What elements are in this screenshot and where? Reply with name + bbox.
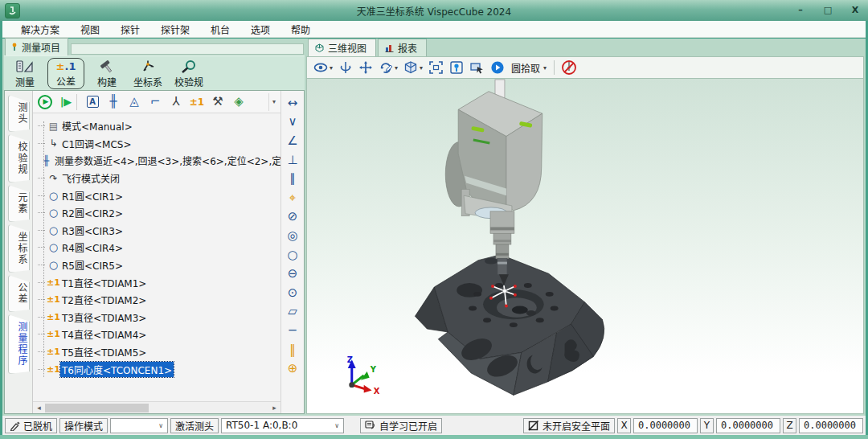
profile-icon[interactable]: ∨ xyxy=(283,113,303,132)
tree-item[interactable]: ±1 T1直径<TDIAM1> xyxy=(38,273,280,291)
symmetry-icon[interactable]: ‖ xyxy=(283,340,303,359)
operation-mode-select[interactable]: ∨ xyxy=(110,418,168,433)
3d-viewport[interactable]: Z Y X xyxy=(306,78,864,414)
tree-item[interactable]: ↷ 飞行模式关闭 xyxy=(38,170,280,187)
ribbon-build-button[interactable]: 构建 xyxy=(88,58,125,89)
measure-params-button[interactable]: ╫ xyxy=(103,92,124,112)
zoom-fit-button[interactable] xyxy=(426,58,446,77)
menu-item[interactable]: 探针架 xyxy=(150,21,200,38)
rotate-view-button[interactable] xyxy=(336,58,355,77)
close-button[interactable]: X xyxy=(845,3,865,18)
menu-item[interactable]: 探针 xyxy=(110,21,150,38)
coord-x-value: 0.0000000 xyxy=(633,418,698,433)
menu-item[interactable]: 解决方案 xyxy=(10,21,70,38)
tree-item[interactable]: ▤ 模式<Manual> xyxy=(38,117,280,135)
position2-icon[interactable]: ⊕ xyxy=(283,359,303,378)
distance-icon[interactable]: ↔ xyxy=(283,93,303,113)
side-tab[interactable]: 公差 xyxy=(8,275,30,312)
diameter-icon[interactable]: ⊖ xyxy=(283,264,303,283)
tree-item[interactable]: ±1 T2直径<TDIAM2> xyxy=(38,291,280,309)
tree-item[interactable]: ↳ C1回调<MCS> xyxy=(38,135,280,153)
eye-icon xyxy=(313,60,329,75)
angle-icon[interactable]: ∠ xyxy=(283,131,303,150)
circle-feature-icon: ○ xyxy=(47,259,60,271)
tree-item[interactable]: ○ R5圆<CIR5> xyxy=(38,256,280,274)
tree-item[interactable]: ±1 T4直径<TDIAM4> xyxy=(38,326,280,343)
ribbon-gauge-button[interactable]: 校验规 xyxy=(170,58,207,89)
flatness-icon[interactable]: ▱ xyxy=(283,302,303,322)
scroll-left-arrow[interactable]: ◂ xyxy=(33,403,45,413)
label-frame-button[interactable]: A xyxy=(82,92,103,112)
view-orientation-button[interactable]: ▾ xyxy=(376,58,400,77)
scroll-thumb[interactable] xyxy=(45,404,149,412)
position-icon[interactable]: ⌖ xyxy=(283,188,303,207)
build-hammer-button[interactable]: ⚒ xyxy=(207,92,228,112)
program-tree: ▤ 模式<Manual> ↳ C1回调<MCS> ╫ 测量参数逼近<4>,回退<… xyxy=(33,113,280,401)
side-tab[interactable]: 校验规 xyxy=(8,134,30,183)
circle-pick-button[interactable]: 圆拾取 ▾ xyxy=(508,61,550,75)
plane-button[interactable]: ◈ xyxy=(228,92,249,112)
circularity-icon[interactable]: ○ xyxy=(283,245,303,265)
probe-display-off-button[interactable] xyxy=(559,58,579,77)
location-pin-icon xyxy=(449,60,464,75)
tab-report[interactable]: 报表 xyxy=(378,39,427,56)
no-probe-icon xyxy=(561,59,577,76)
coordsys-button[interactable]: ⅄ xyxy=(166,92,186,112)
measure-params-icon: ╫ xyxy=(39,155,53,166)
safety-plane-off-icon xyxy=(528,421,539,431)
tolerance-button[interactable]: ±1 xyxy=(186,92,207,112)
tree-item[interactable]: ╫ 测量参数逼近<4>,回退<3>,搜索<6>,定位<2>,定位加<2>,测 xyxy=(38,152,280,170)
standard-views-button[interactable]: ▾ xyxy=(401,58,425,77)
concentricity-icon[interactable]: ◎ xyxy=(283,226,303,245)
straightness-icon[interactable]: ─ xyxy=(283,321,303,340)
ribbon-tolerance-button[interactable]: ±.1 公差 xyxy=(47,58,84,89)
measure-button[interactable]: ◬ xyxy=(124,92,145,112)
play-demo-button[interactable] xyxy=(488,58,507,77)
side-tab[interactable]: 测头 xyxy=(8,95,30,132)
tree-item[interactable]: ○ R1圆<CIR1> xyxy=(38,187,280,204)
ribbon-build-label: 构建 xyxy=(97,75,117,88)
maximize-button[interactable]: □ xyxy=(818,3,837,18)
perpendicularity-icon[interactable]: ⊥ xyxy=(283,150,303,170)
minimize-button[interactable]: – xyxy=(791,3,810,18)
runout-icon[interactable]: ⊘ xyxy=(283,207,303,227)
corner-route-button[interactable]: ⌐ xyxy=(145,92,166,112)
tree-horizontal-scrollbar[interactable]: ◂ ▸ xyxy=(33,401,280,413)
window-select-button[interactable] xyxy=(467,58,487,77)
tree-item[interactable]: ○ R3圆<CIR3> xyxy=(38,222,280,240)
tree-item[interactable]: ○ R2圆<CIR2> xyxy=(38,204,280,222)
toolbar-overflow-button[interactable]: ▾ xyxy=(268,93,279,111)
ribbon-coordsys-button[interactable]: 坐标系 xyxy=(129,58,166,89)
measurement-project-tab[interactable]: 测量项目 xyxy=(5,38,68,55)
step-run-button[interactable]: |▶ xyxy=(55,92,76,112)
tab-3d-view[interactable]: 三维视图 xyxy=(308,39,376,56)
active-probe-label: 激活测头 xyxy=(170,418,219,433)
tree-item-label: T2直径<TDIAM2> xyxy=(60,292,148,307)
run-program-button[interactable]: ▶ xyxy=(35,92,55,112)
menu-item[interactable]: 视图 xyxy=(70,21,110,38)
side-tab[interactable]: 元素 xyxy=(8,185,30,222)
separator[interactable] xyxy=(76,94,82,110)
menu-item[interactable]: 选项 xyxy=(240,21,280,38)
scroll-right-arrow[interactable]: ▸ xyxy=(268,403,280,413)
tree-item[interactable]: ±1 T5直径<TDIAM5> xyxy=(38,343,280,361)
view-visibility-button[interactable]: ▾ xyxy=(311,58,335,77)
tree-item-label: R1圆<CIR1> xyxy=(60,188,125,203)
radius-icon[interactable]: ⊙ xyxy=(283,283,303,302)
pan-view-button[interactable] xyxy=(356,58,375,77)
chevron-down-icon: ∨ xyxy=(158,422,163,429)
menu-item[interactable]: 机台 xyxy=(200,21,240,38)
menu-item[interactable]: 帮助 xyxy=(280,21,321,38)
offline-status: 已脱机 xyxy=(5,418,57,433)
active-probe-select[interactable]: RT50-1 A:0,B:0 ∨ xyxy=(221,418,344,433)
ribbon-measure-button[interactable]: 测量 xyxy=(6,58,43,89)
side-tab[interactable]: 测量程序 xyxy=(8,314,30,374)
locate-feature-button[interactable] xyxy=(447,58,466,77)
pan-icon xyxy=(358,60,373,75)
side-tab[interactable]: 坐标系 xyxy=(8,224,30,273)
tree-item[interactable]: ±1 T3直径<TDIAM3> xyxy=(38,309,280,326)
tree-item[interactable]: ○ R4圆<CIR4> xyxy=(38,239,280,256)
parallelism-icon[interactable]: ∥ xyxy=(283,169,303,188)
tree-item-label: T1直径<TDIAM1> xyxy=(60,275,148,290)
tree-item[interactable]: ±1 T6同心度<TCONCEN1> xyxy=(38,360,280,378)
